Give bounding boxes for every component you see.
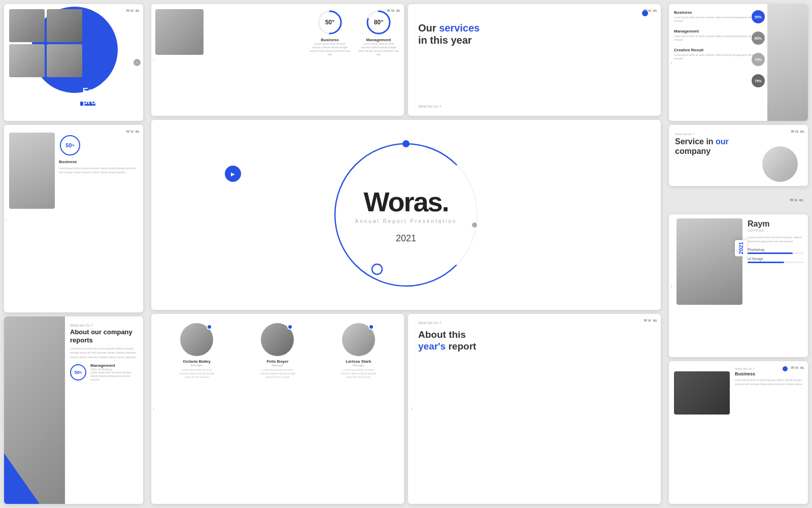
mgmt-lorem: Lorem ipsum dolor sit amet nascetur alet… — [358, 42, 399, 56]
nav-left[interactable]: ‹ — [670, 283, 672, 289]
service-item-business: 50% Business Lorem ipsum dolor sit amet … — [310, 9, 350, 56]
office-lorem: Lorem ipsum dolor sit amet nascetur alet… — [735, 378, 804, 386]
service-item-management: 80% Management Lorem ipsum dolor sit ame… — [358, 9, 399, 56]
slide-service-bars: W or. as. 50% Business Lorem ipsum dolor… — [151, 4, 404, 116]
about-heading: About our company reports — [70, 328, 139, 344]
woras-title: Woras. — [355, 186, 457, 217]
biz-label: Business — [59, 160, 77, 164]
skill-photoshop: Photoshop — [748, 248, 804, 254]
about-lorem: Lorem ipsum dolor sit amet nascetur alet… — [70, 346, 139, 359]
member-role-larissa: Manager — [352, 364, 364, 367]
member-name-felix: Felix Boyer — [266, 359, 288, 364]
slide-raymond: 2021 Raym CEP/Foun Lorem ipsum dolor sit… — [669, 214, 808, 357]
corner-tag: W or. as. — [791, 129, 805, 134]
entrust-heading: Entrust your project to our team — [83, 86, 143, 116]
left-column: W or. as. What We Do ? Entrust your proj… — [0, 0, 147, 508]
service-company-photo — [762, 146, 798, 182]
biz-lorem: Lorem ipsum dolor sit amet nascetur alet… — [59, 167, 139, 174]
center-column: W or. as. 50% Business Lorem ipsum dolor… — [147, 0, 665, 508]
office-title: Business — [735, 371, 804, 376]
nav-left[interactable]: ‹ — [411, 406, 413, 412]
circle-business: 50% — [317, 9, 343, 36]
slide-about-company: What We Do ? About our company reports L… — [4, 316, 143, 504]
biz-stats-photo — [767, 4, 808, 121]
mgmt-circle: 50% — [70, 364, 86, 380]
raymond-content: Raym CEP/Foun Lorem ipsum dolor sit amet… — [748, 219, 804, 266]
slide-biz-stats: W or. as. Business Lorem ipsum dolor sit… — [669, 4, 808, 121]
photo-4 — [47, 44, 82, 77]
slide-team: Octavia Bailey Manager Lorem ipsum dolor… — [151, 314, 404, 504]
what-we-do: What We Do ? — [418, 105, 441, 108]
our-services-text: Our services in this year — [418, 22, 480, 46]
photo-grid — [9, 9, 82, 77]
woras-circle-container: Woras. Annual Report Presentation 2021 — [327, 136, 485, 294]
biz-label: Business — [321, 38, 339, 42]
woras-year: 2021 — [355, 233, 457, 244]
biz-lorem: Lorem ipsum dolor sit amet nascetur alet… — [310, 42, 350, 56]
center-top-row: W or. as. 50% Business Lorem ipsum dolor… — [151, 4, 661, 116]
next-arrow[interactable]: › — [133, 59, 141, 66]
svg-point-6 — [402, 140, 410, 147]
circle-management: 80% — [365, 9, 392, 36]
member-lorem-larissa: Lorem ipsum dolor sit amet nascetur alet… — [340, 368, 378, 379]
service-photo — [155, 9, 204, 55]
corner-tag: W or. as. — [126, 8, 140, 13]
office-photo — [674, 371, 730, 415]
corner-tag: W or. as. — [126, 129, 140, 134]
year-report-heading: About this year's report — [418, 329, 476, 353]
office-content: What We Do ? Business Lorem ipsum dolor … — [735, 367, 804, 386]
about-content: What We Do ? About our company reports L… — [70, 324, 139, 382]
mgmt-info: Management CEO of Working Lorem ipsum do… — [90, 363, 139, 382]
service-company-heading: What We Do ? Service in ourcompany — [675, 133, 729, 156]
about-what-we-do: What We Do ? — [70, 324, 139, 327]
person-photo — [9, 133, 55, 209]
slide-woras-main: ▶ Woras. Annual Report Presentation 2021 — [151, 120, 661, 310]
svg-point-8 — [472, 223, 477, 228]
woras-content: Woras. Annual Report Presentation 2021 — [355, 186, 457, 244]
circle-50: 50% — [60, 135, 80, 155]
nav-left[interactable]: ‹ — [153, 57, 154, 63]
slide-our-services: W or. as. Our services in this year What… — [408, 4, 661, 116]
member-lorem-felix: Lorem ipsum dolor sit amet nascetur alet… — [258, 368, 296, 379]
team-members: Octavia Bailey Manager Lorem ipsum dolor… — [156, 323, 399, 379]
slide-50-business-left: W or. as. 50% Business Lorem ipsum dolor… — [4, 125, 143, 312]
woras-tag-mid: W or. as. — [669, 190, 808, 210]
member-name-larissa: Larissa Stark — [346, 359, 371, 364]
raymond-lorem: Lorem ipsum dolor sit amet nascetur alet… — [748, 235, 804, 244]
member-role-felix: Manager — [272, 364, 284, 367]
stat-circles: 50% 60% 70% 75% — [752, 10, 765, 87]
blue-dot-top — [642, 10, 648, 16]
raymond-role: CEP/Foun — [748, 229, 804, 232]
slide-year-report: W or. as. What We Do ? About this year's… — [408, 314, 661, 504]
year-report-sub: What We Do ? — [418, 321, 441, 325]
nav-left[interactable]: › — [6, 216, 7, 221]
svg-point-7 — [372, 264, 382, 274]
member-name-octavia: Octavia Bailey — [183, 359, 211, 364]
photo-2 — [47, 9, 82, 42]
center-bottom-row: Octavia Bailey Manager Lorem ipsum dolor… — [151, 314, 661, 504]
nav-left[interactable]: ‹ — [670, 60, 672, 66]
right-column: W or. as. Business Lorem ipsum dolor sit… — [665, 0, 812, 508]
mgmt-label: Management — [366, 38, 391, 42]
slide-service-company: W or. as. What We Do ? Service in ourcom… — [669, 125, 808, 186]
team-member-octavia: Octavia Bailey Manager Lorem ipsum dolor… — [178, 323, 216, 379]
team-member-larissa: Larissa Stark Manager Lorem ipsum dolor … — [340, 323, 378, 379]
photo-1 — [9, 9, 45, 42]
year-badge: 2021 — [735, 240, 747, 256]
raymond-photo — [676, 218, 742, 305]
raymond-name: Raym — [748, 219, 804, 229]
service-circles: 50% Business Lorem ipsum dolor sit amet … — [310, 9, 399, 56]
photo-3 — [9, 44, 45, 77]
member-lorem-octavia: Lorem ipsum dolor sit amet nascetur alet… — [178, 368, 216, 379]
woras-subtitle: Annual Report Presentation — [355, 218, 457, 224]
member-role-octavia: Manager — [191, 364, 203, 367]
skill-ui-design: UI Design — [748, 257, 804, 263]
slide-entrust: W or. as. What We Do ? Entrust your proj… — [4, 4, 143, 121]
slide-office: W or. as. What We Do ? Business Lorem ip… — [669, 361, 808, 504]
team-member-felix: Felix Boyer Manager Lorem ipsum dolor si… — [258, 323, 296, 379]
play-button[interactable]: ▶ — [225, 166, 241, 182]
nav-left[interactable]: ‹ — [153, 406, 154, 412]
corner-tag: W or. as. — [644, 318, 658, 323]
